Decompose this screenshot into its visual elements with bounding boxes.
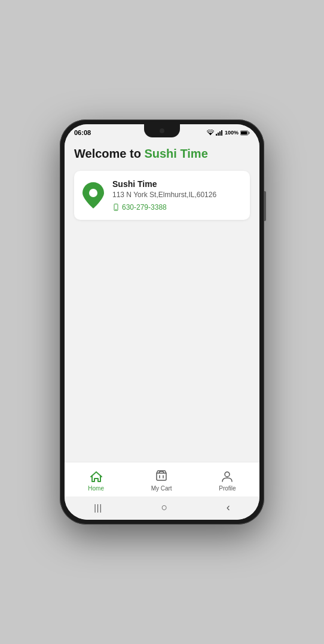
nav-item-home[interactable]: Home <box>78 467 114 494</box>
svg-rect-9 <box>115 209 117 210</box>
phone-screen: 06:08 100% <box>65 124 259 520</box>
location-card: Sushi Time 113 N York St,Elmhurst,IL,601… <box>74 171 250 220</box>
nav-label-profile: Profile <box>219 485 236 492</box>
phone-number-text: 630-279-3388 <box>122 203 167 211</box>
nav-item-cart[interactable]: My Cart <box>142 467 182 494</box>
camera-lens <box>160 128 164 133</box>
svg-point-10 <box>225 472 230 477</box>
wifi-icon <box>207 130 214 136</box>
svg-rect-2 <box>218 133 219 136</box>
main-content: Welcome to Sushi Time Sushi Time 113 N Y… <box>65 139 259 462</box>
home-icon <box>89 470 103 484</box>
camera-notch <box>144 124 180 137</box>
brand-name: Sushi Time <box>144 147 207 160</box>
android-back-button[interactable]: ‹ <box>222 500 235 515</box>
svg-point-7 <box>89 189 97 197</box>
svg-rect-3 <box>219 131 221 136</box>
welcome-text: Welcome to <box>74 147 144 160</box>
battery-percent: 100% <box>225 130 239 136</box>
svg-point-0 <box>210 134 211 136</box>
signal-icon <box>216 130 223 136</box>
android-nav-bar: ||| ○ ‹ <box>65 496 259 520</box>
svg-rect-6 <box>241 131 247 134</box>
android-home-button[interactable]: ○ <box>157 500 173 515</box>
location-info: Sushi Time 113 N York St,Elmhurst,IL,601… <box>112 179 242 211</box>
phone-frame: 06:08 100% <box>60 119 264 525</box>
welcome-title: Welcome to Sushi Time <box>74 146 250 161</box>
status-time: 06:08 <box>74 129 91 136</box>
restaurant-name: Sushi Time <box>112 179 242 189</box>
bottom-nav: Home My Cart Profile <box>65 462 259 496</box>
battery-icon <box>240 130 250 136</box>
nav-label-cart: My Cart <box>151 485 172 492</box>
status-icons: 100% <box>207 130 250 136</box>
svg-rect-1 <box>216 134 217 136</box>
map-pin-icon <box>82 182 104 208</box>
nav-item-profile[interactable]: Profile <box>209 467 245 494</box>
phone-icon <box>112 204 120 211</box>
android-recents-button[interactable]: ||| <box>89 502 107 514</box>
nav-label-home: Home <box>88 485 104 492</box>
svg-rect-4 <box>221 130 222 136</box>
profile-icon <box>220 470 234 484</box>
phone-number[interactable]: 630-279-3388 <box>112 203 242 211</box>
cart-icon <box>154 470 169 484</box>
restaurant-address: 113 N York St,Elmhurst,IL,60126 <box>112 191 242 200</box>
